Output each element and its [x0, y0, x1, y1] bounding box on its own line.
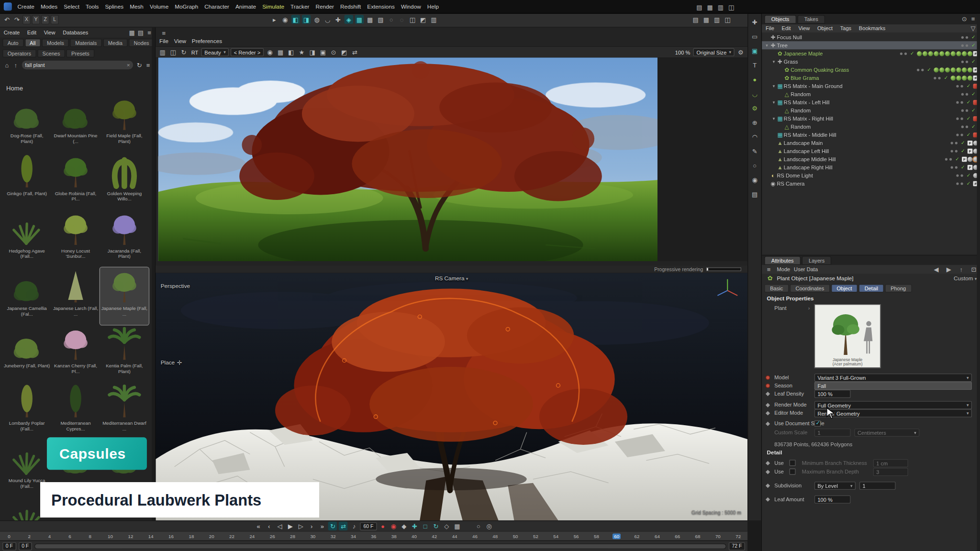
asset-item-hedgehog-agave-fall[interactable]: Hedgehog Agave (Fall... — [2, 210, 51, 267]
render-visibility-dot[interactable] — [955, 150, 958, 152]
editor-visibility-dot[interactable] — [951, 166, 953, 168]
render-visibility-dot[interactable] — [966, 109, 968, 111]
tab-all[interactable]: All — [25, 39, 41, 47]
timeline-ruler[interactable]: 0246810121416182022242628303234363840424… — [0, 531, 747, 540]
size-dropdown[interactable]: Original Size▾ — [693, 48, 735, 56]
menu-create[interactable]: Create — [0, 27, 23, 37]
menu-modes[interactable]: Modes — [37, 3, 60, 10]
editor-visibility-dot[interactable] — [957, 133, 959, 136]
projection-icon[interactable]: ▥ — [429, 15, 438, 23]
enabled-check[interactable]: ✓ — [961, 165, 965, 170]
enabled-check[interactable]: ✓ — [967, 99, 971, 105]
material-chip[interactable] — [956, 51, 961, 55]
menu-bookmarks[interactable]: Bookmarks — [855, 24, 889, 33]
axis-lock-x[interactable]: X — [22, 15, 31, 24]
editor-visibility-dot[interactable] — [961, 44, 964, 46]
sound-icon[interactable]: ♪ — [350, 522, 358, 530]
frame-tick-70[interactable]: 70 — [714, 533, 722, 539]
asset-item-honey-locust-sunbur[interactable]: Honey Locust 'Sunbur... — [51, 210, 100, 267]
next-frame-icon[interactable]: ▷ — [297, 522, 305, 530]
frame-tick-40[interactable]: 40 — [410, 533, 418, 539]
solo-off-icon[interactable]: ○ — [474, 522, 483, 530]
asset-item-field-maple-fall-plant[interactable]: Field Maple (Fall, Plant) — [100, 95, 149, 153]
workplane-icon[interactable]: ▧ — [376, 15, 385, 23]
menu-render[interactable]: Render — [312, 3, 337, 10]
asset-scrollbar[interactable] — [152, 27, 155, 520]
use-checkbox-2[interactable] — [790, 469, 796, 475]
material-chip[interactable] — [962, 51, 967, 55]
material-chip[interactable] — [945, 51, 950, 55]
enabled-check[interactable]: ✓ — [944, 75, 948, 81]
menu-create[interactable]: Create — [14, 3, 37, 10]
tab-presets[interactable]: Presets — [67, 49, 95, 57]
cube-icon[interactable]: ▣ — [750, 46, 759, 55]
next-key-icon[interactable]: › — [307, 522, 316, 530]
enabled-check[interactable]: ✓ — [967, 132, 971, 138]
tab-auto[interactable]: Auto — [2, 39, 23, 47]
rt-toggle[interactable]: RT — [191, 49, 199, 55]
editor-visibility-dot[interactable] — [951, 150, 953, 152]
editor-visibility-dot[interactable] — [957, 101, 959, 103]
frame-tick-34[interactable]: 34 — [349, 533, 357, 539]
asset-item-ginkgo-fall-plant[interactable]: Ginkgo (Fall, Plant) — [2, 153, 51, 210]
right-panel-scrollbar[interactable] — [977, 14, 980, 551]
material-ball-icon[interactable]: ◍ — [312, 15, 321, 23]
custom-scale-field[interactable]: 1 — [814, 429, 851, 437]
frame-tick-38[interactable]: 38 — [390, 533, 398, 539]
frame-tick-42[interactable]: 42 — [430, 533, 438, 539]
model-dropdown[interactable]: Variant 3 Full-Grown▾ — [814, 374, 972, 382]
text-tool-icon[interactable]: T — [750, 61, 759, 69]
prev-frame-icon[interactable]: ◁ — [275, 522, 284, 530]
asset-item-jacaranda-fall-plant[interactable]: Jacaranda (Fall, Plant) — [100, 210, 149, 267]
object-row-blue-grama[interactable]: ✿Blue Grama✓F — [762, 74, 980, 82]
field-tag[interactable]: F — [968, 148, 972, 153]
film-icon[interactable]: ▤ — [750, 190, 759, 198]
menu-simulate[interactable]: Simulate — [259, 3, 288, 10]
frame-tick-72[interactable]: 72 — [734, 533, 742, 539]
up-icon[interactable]: ↑ — [957, 265, 966, 274]
paint-icon[interactable]: ✎ — [750, 147, 759, 155]
zoom-icon[interactable]: ⊙ — [329, 48, 338, 56]
slate-icon[interactable]: ▥ — [158, 48, 167, 56]
go-start-icon[interactable]: « — [254, 522, 263, 530]
back-icon[interactable]: ◀ — [932, 265, 940, 274]
menu-view[interactable]: View — [795, 24, 814, 33]
viewport-menu-icon[interactable]: ≡ — [159, 29, 168, 37]
render-visibility-dot[interactable] — [938, 77, 941, 79]
frame-tick-18[interactable]: 18 — [187, 533, 195, 539]
editor-visibility-dot[interactable] — [957, 174, 959, 176]
keyframe-sel-icon[interactable]: ◆ — [400, 522, 408, 530]
tab-attributes[interactable]: Attributes — [764, 256, 801, 264]
material-tag[interactable] — [968, 156, 972, 161]
enabled-check[interactable]: ✓ — [971, 91, 976, 97]
tab-nodes[interactable]: Nodes — [129, 39, 154, 47]
history-icon[interactable]: ↻ — [179, 48, 188, 56]
tab-layers[interactable]: Layers — [802, 256, 832, 264]
keyframe-diamond[interactable] — [766, 403, 770, 407]
asset-item-lombardy-poplar-fall[interactable]: Lombardy Poplar (Fall... — [2, 382, 51, 440]
frame-tick-28[interactable]: 28 — [289, 533, 297, 539]
menu-preferences[interactable]: Preferences — [192, 37, 228, 45]
clear-search-icon[interactable]: × — [127, 62, 130, 68]
forward-icon[interactable]: ▶ — [945, 265, 953, 274]
range-slider[interactable] — [34, 543, 726, 549]
tab-basic[interactable]: Basic — [764, 284, 789, 292]
asset-item-mediterranean-dwarf[interactable]: Mediterranean Dwarf ... — [100, 382, 149, 440]
place-tool-label[interactable]: Place ✛ — [161, 358, 183, 366]
field-tag[interactable]: F — [968, 140, 972, 145]
frame-tick-32[interactable]: 32 — [329, 533, 337, 539]
render-visibility-dot[interactable] — [966, 44, 968, 46]
record-scale-icon[interactable]: □ — [421, 522, 430, 530]
frame-tick-4[interactable]: 4 — [45, 533, 54, 539]
tab-models[interactable]: Models — [42, 39, 69, 47]
material-chip[interactable] — [956, 75, 961, 80]
magnet-icon[interactable]: ◡ — [323, 15, 332, 23]
compare-icon[interactable]: ◫ — [169, 48, 178, 56]
menu-view[interactable]: View — [40, 27, 59, 37]
record-param-icon[interactable]: ◇ — [442, 522, 451, 530]
plant-expand-icon[interactable]: › — [808, 305, 810, 311]
frame-tick-12[interactable]: 12 — [126, 533, 134, 539]
frame-tick-64[interactable]: 64 — [653, 533, 661, 539]
keyframe-diamond[interactable] — [766, 461, 770, 465]
mode-dropdown[interactable]: Mode — [777, 266, 791, 272]
